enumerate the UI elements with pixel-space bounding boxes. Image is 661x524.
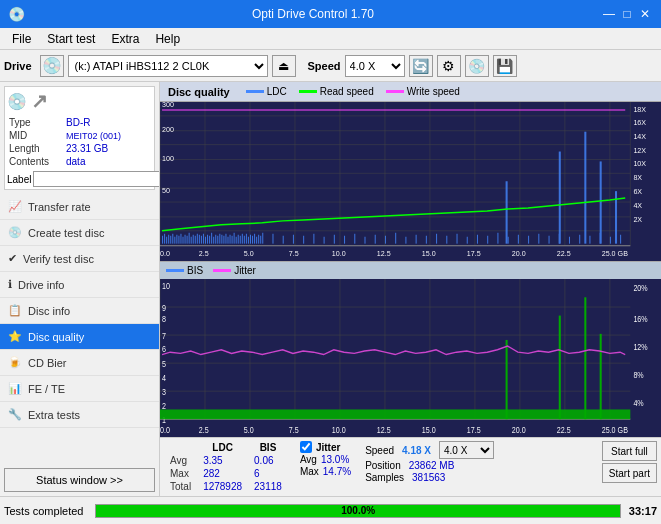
speed-select[interactable]: 4.0 X 1.0 X 2.0 X 6.0 X 8.0 X	[345, 55, 405, 77]
sidebar-item-verify-test-disc[interactable]: ✔ Verify test disc	[0, 246, 159, 272]
nav-list: 📈 Transfer rate 💿 Create test disc ✔ Ver…	[0, 194, 159, 464]
drive-select[interactable]: (k:) ATAPI iHBS112 2 CL0K	[68, 55, 268, 77]
chart-container: Disc quality LDC Read speed Write speed	[160, 82, 661, 496]
legend-write-speed-label: Write speed	[407, 86, 460, 97]
svg-rect-65	[217, 236, 218, 244]
chart-title-bar: Disc quality LDC Read speed Write speed	[160, 82, 661, 102]
menu-help[interactable]: Help	[147, 30, 188, 48]
svg-text:2.5: 2.5	[199, 250, 209, 257]
svg-rect-70	[227, 237, 228, 244]
svg-rect-40	[166, 237, 167, 244]
drive-icon-btn[interactable]: 💿	[40, 55, 64, 77]
svg-text:4: 4	[162, 373, 167, 383]
drive-info-icon: ℹ	[8, 278, 12, 291]
svg-rect-166	[559, 315, 561, 419]
svg-text:12.5: 12.5	[377, 425, 391, 435]
jitter-checkbox[interactable]	[300, 441, 312, 453]
svg-rect-94	[334, 235, 335, 244]
svg-rect-56	[199, 235, 200, 244]
svg-text:6X: 6X	[633, 188, 642, 195]
avg-ldc: 3.35	[197, 454, 248, 467]
disc-mid-value: MEIT02 (001)	[66, 130, 150, 141]
stats-table: LDC BIS Avg 3.35 0.06 Max 282 6 Total 12…	[164, 441, 288, 493]
disc-button[interactable]: 💿	[465, 55, 489, 77]
svg-rect-102	[416, 235, 417, 244]
start-part-button[interactable]: Start part	[602, 463, 657, 483]
sidebar-item-disc-quality[interactable]: ⭐ Disc quality	[0, 324, 159, 350]
svg-rect-59	[205, 237, 206, 244]
svg-text:7: 7	[162, 331, 166, 341]
sidebar-item-fe-te[interactable]: 📊 FE / TE	[0, 376, 159, 402]
svg-text:7.5: 7.5	[289, 250, 299, 257]
svg-text:18X: 18X	[633, 106, 646, 113]
status-window-button[interactable]: Status window >>	[4, 468, 155, 492]
svg-rect-95	[344, 236, 345, 244]
fe-te-icon: 📊	[8, 382, 22, 395]
avg-bis: 0.06	[248, 454, 288, 467]
minimize-button[interactable]: —	[601, 6, 617, 22]
svg-text:14X: 14X	[633, 133, 646, 140]
sidebar-item-transfer-rate[interactable]: 📈 Transfer rate	[0, 194, 159, 220]
svg-rect-107	[467, 237, 468, 244]
drive-info-label: Drive info	[18, 279, 64, 291]
speed-stat-select[interactable]: 4.0 X	[439, 441, 494, 459]
svg-rect-114	[538, 234, 539, 244]
svg-rect-84	[256, 237, 257, 244]
create-test-disc-label: Create test disc	[28, 227, 104, 239]
maximize-button[interactable]: □	[619, 6, 635, 22]
sidebar-item-create-test-disc[interactable]: 💿 Create test disc	[0, 220, 159, 246]
legend-read-speed: Read speed	[299, 86, 374, 97]
menu-file[interactable]: File	[4, 30, 39, 48]
legend-ldc: LDC	[246, 86, 287, 97]
menu-start-test[interactable]: Start test	[39, 30, 103, 48]
svg-rect-75	[238, 235, 239, 244]
svg-rect-45	[176, 235, 177, 244]
svg-rect-98	[375, 235, 376, 244]
speed-stat-label: Speed	[365, 445, 394, 456]
top-chart: 300 200 100 50 0.0 2.5 5.0 7.5 10.0 12.5…	[160, 102, 661, 261]
svg-rect-39	[164, 234, 165, 244]
svg-text:10.0: 10.0	[332, 250, 346, 257]
disc-quality-label: Disc quality	[28, 331, 84, 343]
svg-rect-123	[506, 181, 508, 243]
sidebar-item-drive-info[interactable]: ℹ Drive info	[0, 272, 159, 298]
svg-rect-44	[174, 237, 175, 244]
svg-text:2X: 2X	[633, 216, 642, 223]
svg-text:10X: 10X	[633, 160, 646, 167]
sidebar-item-cd-bier[interactable]: 🍺 CD Bier	[0, 350, 159, 376]
save-button[interactable]: 💾	[493, 55, 517, 77]
svg-rect-49	[185, 235, 186, 244]
svg-text:20.0: 20.0	[512, 425, 526, 435]
sidebar-item-disc-info[interactable]: 📋 Disc info	[0, 298, 159, 324]
jitter-avg-label2: Avg	[300, 454, 317, 465]
svg-rect-93	[324, 237, 325, 244]
legend-jitter: Jitter	[213, 265, 256, 276]
jitter-max-row: Max 14.7%	[300, 466, 351, 477]
svg-text:50: 50	[162, 187, 170, 194]
svg-rect-69	[225, 234, 226, 244]
legend-bis-label: BIS	[187, 265, 203, 276]
jitter-label: Jitter	[316, 442, 340, 453]
eject-button[interactable]: ⏏	[272, 55, 296, 77]
verify-test-disc-label: Verify test disc	[23, 253, 94, 265]
start-full-button[interactable]: Start full	[602, 441, 657, 461]
svg-text:17.5: 17.5	[467, 425, 481, 435]
svg-rect-81	[250, 235, 251, 244]
refresh-button[interactable]: 🔄	[409, 55, 433, 77]
svg-rect-113	[528, 236, 529, 244]
svg-text:0.0: 0.0	[160, 425, 170, 435]
samples-val: 381563	[412, 472, 445, 483]
svg-rect-78	[244, 236, 245, 244]
svg-rect-89	[283, 236, 284, 244]
disc-info-table: Type BD-R MID MEIT02 (001) Length 23.31 …	[7, 115, 152, 169]
progress-bar-container: 100.0%	[95, 504, 620, 518]
sidebar-item-extra-tests[interactable]: 🔧 Extra tests	[0, 402, 159, 428]
title-bar: 💿 Opti Drive Control 1.70 — □ ✕	[0, 0, 661, 28]
time-display: 33:17	[629, 505, 657, 517]
settings-button[interactable]: ⚙	[437, 55, 461, 77]
svg-text:12%: 12%	[633, 342, 647, 352]
label-input[interactable]	[33, 171, 160, 187]
close-button[interactable]: ✕	[637, 6, 653, 22]
svg-text:100: 100	[162, 156, 174, 163]
menu-extra[interactable]: Extra	[103, 30, 147, 48]
